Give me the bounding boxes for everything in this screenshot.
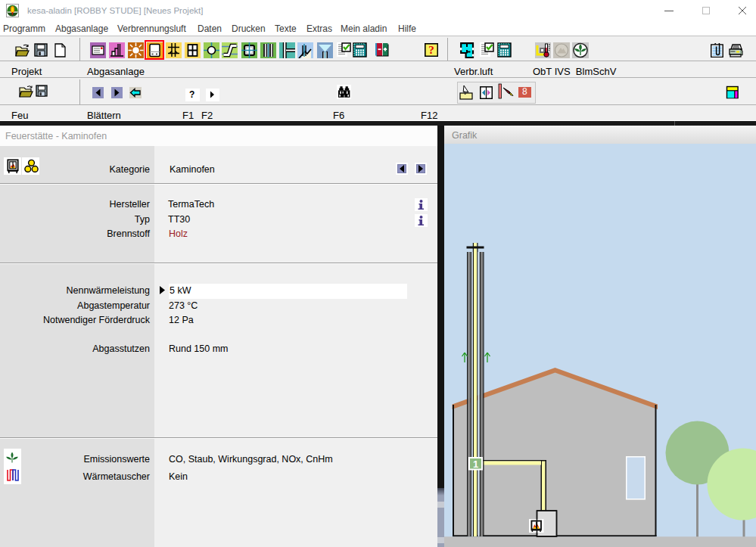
svg-text:1: 1 [473,458,478,470]
svg-text:?: ? [428,44,434,56]
